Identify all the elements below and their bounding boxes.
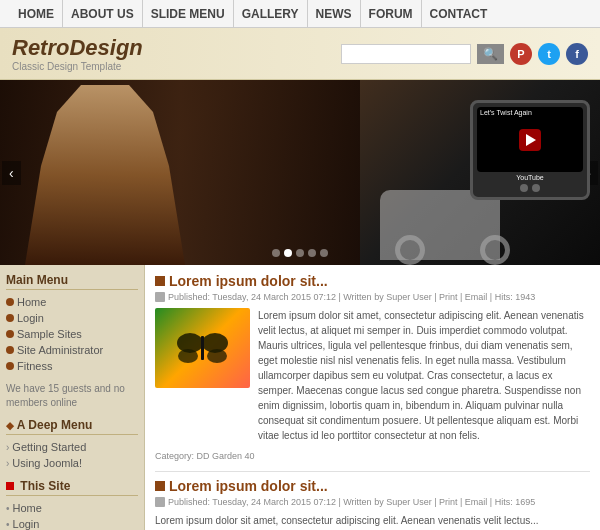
site-branding: RetroDesign Classic Design Template xyxy=(12,35,143,72)
slide-dot-5[interactable] xyxy=(320,249,328,257)
tv-knobs xyxy=(477,184,583,192)
deep-menu-item-getting-started[interactable]: › Getting Started xyxy=(6,439,138,455)
tv-knob-1 xyxy=(520,184,528,192)
nav-forum[interactable]: FORUM xyxy=(361,0,422,28)
slideshow-image: ‹ › Let's Twist Again YouTube xyxy=(0,80,600,265)
nav-slide-menu[interactable]: SLIDE MENU xyxy=(143,0,234,28)
menu-item-site-admin[interactable]: Site Administrator xyxy=(6,342,138,358)
article-1-marker-icon xyxy=(155,276,165,286)
deep-menu-title: ◆ A Deep Menu xyxy=(6,418,138,435)
menu-item-home[interactable]: Home xyxy=(6,294,138,310)
bullet-icon xyxy=(6,362,14,370)
main-menu-list: Home Login Sample Sites Site Administrat… xyxy=(6,294,138,374)
article-1-body: Lorem ipsum dolor sit amet, consectetur … xyxy=(155,308,590,443)
article-1: Lorem ipsum dolor sit... Published: Tues… xyxy=(155,273,590,461)
bullet-icon: • xyxy=(6,519,10,530)
tv-play-button[interactable] xyxy=(519,129,541,151)
slide-prev-button[interactable]: ‹ xyxy=(2,161,21,185)
main-menu-title: Main Menu xyxy=(6,273,138,290)
slide-dot-4[interactable] xyxy=(308,249,316,257)
calendar-icon xyxy=(155,497,165,507)
nav-home[interactable]: HOME xyxy=(10,0,63,28)
site-subtitle: Classic Design Template xyxy=(12,61,143,72)
article-1-title: Lorem ipsum dolor sit... xyxy=(155,273,590,289)
search-button[interactable]: 🔍 xyxy=(477,44,504,64)
menu-item-sample-sites[interactable]: Sample Sites xyxy=(6,326,138,342)
menu-item-login[interactable]: Login xyxy=(6,310,138,326)
article-1-caption: Category: DD Garden 40 xyxy=(155,451,590,461)
this-site-menu-list: • Home • Login • Sample Sites • xyxy=(6,500,138,530)
calendar-icon xyxy=(155,292,165,302)
arrow-icon: › xyxy=(6,442,9,453)
butterfly-icon xyxy=(175,328,230,368)
nav-contact[interactable]: CONTACT xyxy=(422,0,496,28)
play-triangle-icon xyxy=(526,134,536,146)
article-2-title: Lorem ipsum dolor sit... xyxy=(155,478,590,494)
tv-widget: Let's Twist Again YouTube xyxy=(470,100,590,200)
tv-platform-label: YouTube xyxy=(477,174,583,181)
article-2-meta: Published: Tuesday, 24 March 2015 07:12 … xyxy=(155,497,590,507)
this-site-bullet-icon xyxy=(6,482,14,490)
sidebar: Main Menu Home Login Sample Sites xyxy=(0,265,145,530)
main-layout: Main Menu Home Login Sample Sites xyxy=(0,265,600,530)
svg-rect-4 xyxy=(201,336,204,360)
bullet-icon xyxy=(6,298,14,306)
slide-dot-1[interactable] xyxy=(272,249,280,257)
slideshow: ‹ › Let's Twist Again YouTube xyxy=(0,80,600,265)
nav-about[interactable]: ABOUT US xyxy=(63,0,143,28)
twitter-icon[interactable]: t xyxy=(538,43,560,65)
slide-dot-3[interactable] xyxy=(296,249,304,257)
facebook-icon[interactable]: f xyxy=(566,43,588,65)
guest-note: We have 15 guests and no members online xyxy=(6,382,138,410)
article-2-text: Lorem ipsum dolor sit amet, consectetur … xyxy=(155,513,590,528)
deep-menu-item-using-joomla[interactable]: › Using Joomla! xyxy=(6,455,138,471)
site-title: RetroDesign xyxy=(12,35,143,61)
content-area: Lorem ipsum dolor sit... Published: Tues… xyxy=(145,265,600,530)
arrow-icon: › xyxy=(6,458,9,469)
article-1-meta: Published: Tuesday, 24 March 2015 07:12 … xyxy=(155,292,590,302)
slide-dot-2[interactable] xyxy=(284,249,292,257)
tv-knob-2 xyxy=(532,184,540,192)
nav-gallery[interactable]: GALLERY xyxy=(234,0,308,28)
article-2: Lorem ipsum dolor sit... Published: Tues… xyxy=(155,478,590,528)
article-2-marker-icon xyxy=(155,481,165,491)
svg-point-3 xyxy=(207,349,227,363)
this-site-item-home[interactable]: • Home xyxy=(6,500,138,516)
article-1-thumbnail xyxy=(155,308,250,388)
article-divider xyxy=(155,471,590,472)
bullet-icon xyxy=(6,314,14,322)
deep-menu-icon: ◆ xyxy=(6,420,17,431)
bullet-icon xyxy=(6,346,14,354)
deep-menu-list: › Getting Started › Using Joomla! xyxy=(6,439,138,471)
this-site-item-login[interactable]: • Login xyxy=(6,516,138,530)
tv-title: Let's Twist Again xyxy=(480,109,532,116)
svg-point-2 xyxy=(178,349,198,363)
search-input[interactable] xyxy=(341,44,471,64)
bullet-icon: • xyxy=(6,503,10,514)
pinterest-icon[interactable]: P xyxy=(510,43,532,65)
slide-indicators xyxy=(272,249,328,257)
main-nav: HOME ABOUT US SLIDE MENU GALLERY NEWS FO… xyxy=(0,0,600,28)
bullet-icon xyxy=(6,330,14,338)
article-1-text: Lorem ipsum dolor sit amet, consectetur … xyxy=(258,308,590,443)
tv-screen: Let's Twist Again xyxy=(477,107,583,172)
header-tools: 🔍 P t f xyxy=(341,43,588,65)
site-header: RetroDesign Classic Design Template 🔍 P … xyxy=(0,28,600,80)
this-site-title: This Site xyxy=(6,479,138,496)
menu-item-fitness[interactable]: Fitness xyxy=(6,358,138,374)
nav-news[interactable]: NEWS xyxy=(308,0,361,28)
